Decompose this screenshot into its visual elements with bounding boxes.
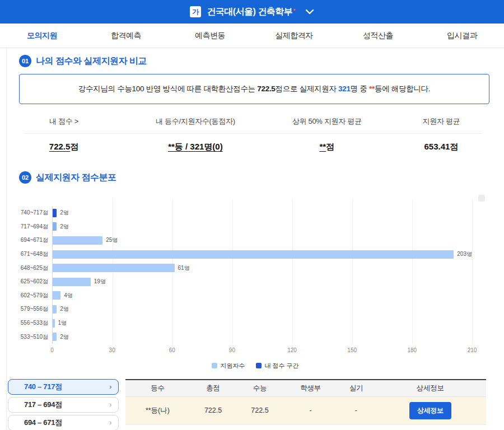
x-tick-label: 210 bbox=[468, 347, 477, 353]
x-tick-label: 90 bbox=[229, 347, 235, 353]
bar-value-label-1: 2명 bbox=[60, 223, 69, 231]
bar-value-label-4: 61명 bbox=[178, 264, 190, 272]
category-label-9: 533~510점 bbox=[18, 330, 52, 344]
stat-label-1: 내 등수/지원자수(동점자) bbox=[121, 108, 269, 133]
tab-3[interactable]: 실제합격자 bbox=[252, 31, 336, 41]
university-header[interactable]: 가 건국대(서울) 건축학부• bbox=[0, 0, 504, 24]
table-header-2: 수능 bbox=[236, 380, 283, 397]
chevron-right-icon: › bbox=[109, 383, 111, 391]
bar-row-5: 19명 bbox=[53, 275, 472, 289]
category-label-0: 740~717점 bbox=[18, 206, 52, 220]
x-tick-label: 30 bbox=[109, 347, 115, 353]
category-label-6: 602~579점 bbox=[18, 289, 52, 303]
chart-legend: 지원자수내 점수 구간 bbox=[7, 362, 504, 370]
category-label-5: 625~602점 bbox=[18, 275, 52, 289]
bar-value-label-7: 2명 bbox=[60, 305, 69, 313]
table-header-1: 총점 bbox=[190, 380, 236, 397]
stat-value-2: **점 bbox=[270, 134, 384, 161]
cell-hakseangbu: - bbox=[283, 396, 338, 424]
bar-5 bbox=[53, 278, 91, 286]
new-indicator-dot: • bbox=[293, 6, 295, 13]
stat-label-2: 상위 50% 지원자 평균 bbox=[270, 108, 384, 133]
bar-row-7: 2명 bbox=[53, 302, 472, 316]
chart-x-axis: 0306090120150180210 bbox=[52, 346, 472, 356]
bar-row-9: 2명 bbox=[53, 330, 472, 344]
applicant-detail-table: 등수총점수능학생부실기상세정보 **등(나) 722.5 722.5 - - 상… bbox=[125, 379, 486, 425]
stat-value-1: **등 / 321명(0) bbox=[121, 134, 269, 161]
applicant-count: 321 bbox=[338, 85, 351, 93]
chart-category-axis: 740~717점717~694점694~671점671~648점648~625점… bbox=[18, 206, 52, 344]
range-button-1[interactable]: 717 – 694점› bbox=[8, 397, 119, 413]
x-tick-label: 120 bbox=[287, 347, 297, 353]
cell-rank: **등(나) bbox=[125, 396, 190, 424]
stat-value-3: 653.41점 bbox=[384, 134, 498, 161]
bar-value-label-3: 203명 bbox=[457, 250, 472, 258]
tab-5[interactable]: 입시결과 bbox=[420, 31, 504, 41]
bar-2 bbox=[53, 236, 102, 245]
bar-value-label-6: 4명 bbox=[64, 292, 73, 300]
range-button-2[interactable]: 694 – 671점› bbox=[8, 415, 119, 430]
x-tick-label: 180 bbox=[408, 347, 417, 353]
section2-title: 실제지원자 점수분포 bbox=[36, 172, 116, 184]
chart-plot: 2명2명25명203명61명19명4명2명1명2명 bbox=[52, 206, 472, 344]
chevron-right-icon: › bbox=[109, 419, 111, 427]
category-label-1: 717~694점 bbox=[18, 220, 52, 234]
stat-value-0: 722.5점 bbox=[7, 134, 121, 161]
detail-table-area: 등수총점수능학생부실기상세정보 **등(나) 722.5 722.5 - - 상… bbox=[125, 379, 486, 430]
bar-value-label-8: 1명 bbox=[58, 319, 67, 327]
university-logo-icon: 가 bbox=[190, 6, 201, 17]
section1-header: 01 나의 점수와 실제지원자 비교 bbox=[7, 48, 504, 67]
tab-0[interactable]: 모의지원 bbox=[0, 31, 84, 41]
legend-swatch-1 bbox=[256, 363, 262, 368]
bar-7 bbox=[53, 305, 57, 314]
legend-item-0: 지원자수 bbox=[212, 362, 245, 370]
section1-number-badge: 01 bbox=[19, 55, 31, 67]
bar-row-0: 2명 bbox=[53, 206, 472, 220]
bar-8 bbox=[53, 319, 55, 328]
bottom-section: 740 – 717점›717 – 694점›694 – 671점›671 – 6… bbox=[7, 379, 504, 430]
bar-4 bbox=[53, 264, 175, 272]
bar-value-label-0: 2명 bbox=[60, 209, 69, 217]
table-header-5: 상세정보 bbox=[374, 380, 486, 397]
bar-row-1: 2명 bbox=[53, 220, 472, 234]
cell-suneung: 722.5 bbox=[236, 396, 283, 424]
category-label-3: 671~648점 bbox=[18, 247, 52, 261]
legend-item-1: 내 점수 구간 bbox=[256, 362, 298, 370]
application-window: 가 건국대(서울) 건축학부• 모의지원합격예측예측변동실제합격자성적산출입시결… bbox=[0, 0, 504, 430]
tab-2[interactable]: 예측변동 bbox=[168, 31, 252, 41]
legend-swatch-0 bbox=[212, 363, 217, 368]
bar-9 bbox=[53, 333, 57, 341]
bar-row-6: 4명 bbox=[53, 289, 472, 303]
tab-1[interactable]: 합격예측 bbox=[84, 31, 168, 41]
bar-row-3: 203명 bbox=[53, 247, 472, 261]
score-stats: 내 점수 >내 등수/지원자수(동점자)상위 50% 지원자 평균지원자 평균 … bbox=[7, 108, 498, 161]
category-label-7: 579~556점 bbox=[18, 302, 52, 316]
grid-line bbox=[472, 199, 473, 344]
x-tick-label: 150 bbox=[347, 347, 357, 353]
chart-menu-icon[interactable] bbox=[478, 195, 485, 202]
university-title: 건국대(서울) 건축학부• bbox=[207, 6, 295, 18]
category-label-8: 556~533점 bbox=[18, 316, 52, 330]
stat-label-3: 지원자 평균 bbox=[384, 108, 498, 133]
chevron-down-icon[interactable] bbox=[305, 9, 314, 15]
category-label-2: 694~671점 bbox=[18, 233, 52, 247]
range-button-0[interactable]: 740 – 717점› bbox=[8, 379, 119, 395]
detail-button[interactable]: 상세정보 bbox=[409, 402, 451, 419]
table-header-0: 등수 bbox=[125, 380, 190, 397]
category-label-4: 648~625점 bbox=[18, 261, 52, 275]
score-distribution-chart: 740~717점717~694점694~671점671~648점648~625점… bbox=[7, 191, 504, 370]
bar-row-8: 1명 bbox=[53, 316, 472, 330]
chevron-right-icon: › bbox=[109, 401, 111, 409]
stat-label-0: 내 점수 > bbox=[7, 108, 121, 133]
bar-row-2: 25명 bbox=[53, 233, 472, 247]
section1-title: 나의 점수와 실제지원자 비교 bbox=[36, 55, 147, 67]
content-panel: 01 나의 점수와 실제지원자 비교 강수지님의 수능100 반영 방식에 따른… bbox=[6, 48, 504, 430]
table-header-4: 실기 bbox=[338, 380, 374, 397]
cell-silgi: - bbox=[338, 396, 374, 424]
score-summary-notice: 강수지님의 수능100 반영 방식에 따른 대학환산점수는 722.5점으로 실… bbox=[19, 74, 489, 104]
section2-number-badge: 02 bbox=[19, 171, 31, 184]
bar-6 bbox=[53, 291, 60, 300]
x-tick-label: 60 bbox=[169, 347, 175, 353]
section2-header: 02 실제지원자 점수분포 bbox=[7, 161, 504, 184]
tab-4[interactable]: 성적산출 bbox=[336, 31, 420, 41]
